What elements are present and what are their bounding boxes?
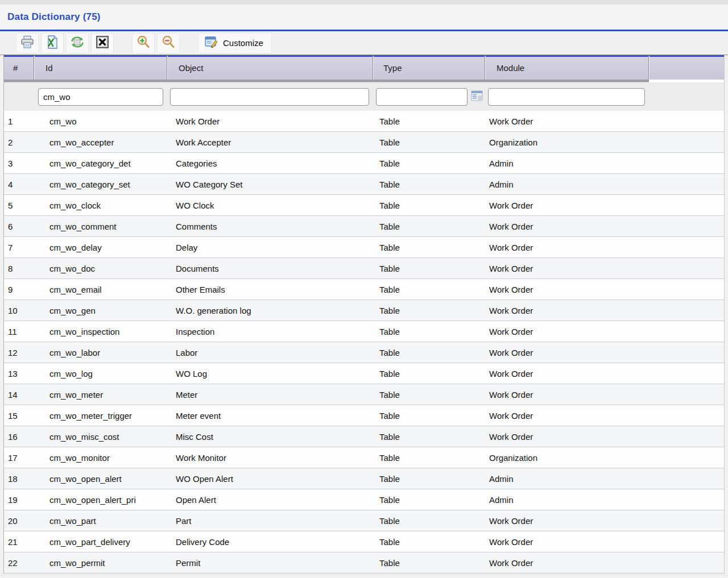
cell-module: Admin [485, 468, 648, 489]
table-row[interactable]: 11 cm_wo_inspection Inspection Table Wor… [4, 321, 724, 342]
customize-button[interactable]: Customize [198, 33, 272, 53]
cell-object: Documents [167, 258, 373, 278]
cell-row-number: 1 [4, 111, 34, 131]
table-row[interactable]: 4 cm_wo_category_set WO Category Set Tab… [4, 174, 724, 195]
cell-module: Work Order [485, 216, 648, 236]
cell-object: Delivery Code [167, 531, 373, 552]
table-row[interactable]: 8 cm_wo_doc Documents Table Work Order [4, 258, 724, 279]
cell-module: Organization [485, 132, 648, 152]
cell-type: Table [373, 363, 485, 384]
close-icon [96, 35, 109, 51]
cell-object: Permit [167, 552, 373, 573]
table-row[interactable]: 16 cm_wo_misc_cost Misc Cost Table Work … [4, 426, 724, 447]
cell-empty [648, 468, 724, 489]
cell-row-number: 6 [4, 216, 34, 236]
cell-object: Work Monitor [167, 447, 373, 468]
table-row[interactable]: 5 cm_wo_clock WO Clock Table Work Order [4, 195, 724, 216]
module-filter-input[interactable] [488, 88, 645, 106]
cell-module: Work Order [485, 321, 648, 342]
cell-type: Table [373, 384, 485, 405]
cell-empty [648, 195, 724, 215]
cell-id: cm_wo_monitor [34, 447, 167, 468]
cell-row-number: 4 [4, 174, 34, 194]
close-button[interactable] [91, 33, 114, 53]
table-row[interactable]: 14 cm_wo_meter Meter Table Work Order [4, 384, 724, 405]
printer-icon [20, 35, 35, 52]
cell-module: Work Order [485, 195, 648, 215]
title-bar: Data Dictionary (75) [0, 5, 728, 30]
table-row[interactable]: 2 cm_wo_accepter Work Accepter Table Org… [4, 132, 724, 153]
cell-object: WO Open Alert [167, 468, 373, 489]
customize-icon [204, 35, 218, 51]
type-filter-input[interactable] [376, 88, 468, 106]
cell-id: cm_wo_category_det [34, 153, 167, 173]
table-row[interactable]: 7 cm_wo_delay Delay Table Work Order [4, 237, 724, 258]
cell-row-number: 3 [4, 153, 34, 173]
table-body: 1 cm_wo Work Order Table Work Order 2 cm… [4, 111, 724, 573]
column-header-number[interactable]: # [4, 56, 34, 80]
table-row[interactable]: 13 cm_wo_log WO Log Table Work Order [4, 363, 724, 384]
cell-empty [648, 258, 724, 278]
cell-module: Organization [485, 447, 648, 468]
column-header-id[interactable]: Id [34, 56, 167, 80]
cell-module: Work Order [485, 405, 648, 426]
table-row[interactable]: 9 cm_wo_email Other Emails Table Work Or… [4, 279, 724, 300]
table-row[interactable]: 18 cm_wo_open_alert WO Open Alert Table … [4, 468, 724, 489]
table-header-row: # Id Object Type Module [4, 55, 724, 80]
data-dictionary-window: Data Dictionary (75) [0, 0, 728, 576]
cell-row-number: 13 [4, 363, 34, 384]
print-button[interactable] [16, 33, 39, 53]
cell-id: cm_wo_part_delivery [34, 531, 167, 552]
magnifier-plus-icon [136, 35, 151, 52]
table-row[interactable]: 22 cm_wo_permit Permit Table Work Order [4, 552, 724, 573]
cell-object: Part [167, 510, 373, 531]
cell-id: cm_wo_permit [34, 552, 167, 573]
cell-type: Table [373, 258, 485, 278]
top-strip [0, 0, 728, 5]
cell-module: Work Order [485, 258, 648, 278]
cell-id: cm_wo_accepter [34, 132, 167, 152]
table-row[interactable]: 15 cm_wo_meter_trigger Meter event Table… [4, 405, 724, 426]
cell-empty [648, 174, 724, 194]
table-row[interactable]: 1 cm_wo Work Order Table Work Order [4, 111, 724, 132]
id-filter-input[interactable] [38, 88, 163, 106]
object-filter-input[interactable] [170, 88, 369, 106]
zoom-in-button[interactable] [132, 33, 155, 53]
table-row[interactable]: 12 cm_wo_labor Labor Table Work Order [4, 342, 724, 363]
cell-type: Table [373, 552, 485, 573]
cell-type: Table [373, 174, 485, 194]
cell-object: WO Log [167, 363, 373, 384]
cell-type: Table [373, 321, 485, 342]
column-header-module[interactable]: Module [485, 56, 648, 80]
cell-id: cm_wo_email [34, 279, 167, 300]
cell-object: Other Emails [167, 279, 373, 300]
cell-empty [648, 363, 724, 384]
table-row[interactable]: 10 cm_wo_gen W.O. generation log Table W… [4, 300, 724, 321]
cell-type: Table [373, 132, 485, 152]
table-row[interactable]: 20 cm_wo_part Part Table Work Order [4, 510, 724, 531]
cell-type: Table [373, 195, 485, 215]
cell-row-number: 22 [4, 552, 34, 573]
table-row[interactable]: 3 cm_wo_category_det Categories Table Ad… [4, 153, 724, 174]
cell-row-number: 5 [4, 195, 34, 215]
column-header-type[interactable]: Type [373, 56, 485, 80]
cell-row-number: 19 [4, 489, 34, 510]
cell-id: cm_wo_open_alert_pri [34, 489, 167, 510]
cell-module: Work Order [485, 237, 648, 257]
type-lookup-button[interactable] [470, 90, 483, 103]
zoom-out-button[interactable] [157, 33, 180, 53]
cell-module: Work Order [485, 342, 648, 363]
table-row[interactable]: 6 cm_wo_comment Comments Table Work Orde… [4, 216, 724, 237]
refresh-button[interactable] [66, 33, 89, 53]
column-header-object[interactable]: Object [167, 56, 373, 80]
cell-empty [648, 447, 724, 468]
table-row[interactable]: 19 cm_wo_open_alert_pri Open Alert Table… [4, 489, 724, 510]
cell-type: Table [373, 279, 485, 300]
cell-empty [648, 216, 724, 236]
cell-empty [648, 510, 724, 531]
table-row[interactable]: 17 cm_wo_monitor Work Monitor Table Orga… [4, 447, 724, 468]
cell-type: Table [373, 237, 485, 257]
cell-empty [648, 153, 724, 173]
table-row[interactable]: 21 cm_wo_part_delivery Delivery Code Tab… [4, 531, 724, 552]
export-excel-button[interactable] [41, 33, 64, 53]
